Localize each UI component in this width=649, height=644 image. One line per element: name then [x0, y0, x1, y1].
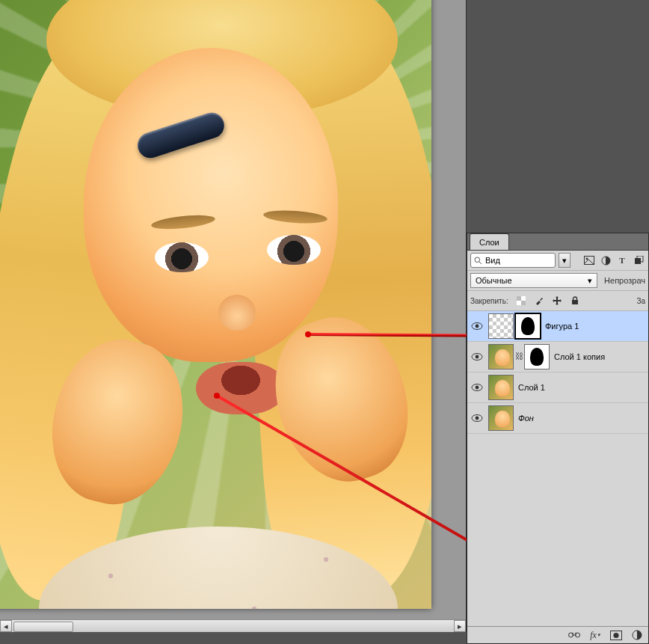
image-icon [584, 256, 594, 265]
chevron-down-icon: ▾ [588, 276, 592, 286]
layer-filter-kind-label: Вид [485, 256, 500, 265]
svg-rect-14 [517, 296, 521, 301]
layer-name[interactable]: Фон [518, 414, 534, 423]
chevron-down-icon: ▾ [597, 632, 600, 638]
svg-point-6 [475, 257, 480, 263]
layer-name[interactable]: Фигура 1 [545, 322, 579, 331]
svg-rect-15 [521, 301, 526, 305]
chevron-down-icon: ▾ [562, 256, 567, 266]
shape-icon [634, 256, 644, 266]
panel-bottom-bar: fx▾ [467, 626, 648, 643]
layer-thumbnail[interactable] [488, 313, 514, 339]
layer-thumbnail[interactable] [488, 375, 514, 400]
layer-mask-thumbnail[interactable] [515, 313, 541, 339]
svg-point-24 [476, 417, 479, 420]
brush-icon [535, 296, 544, 305]
layer-filter-row: Вид ▾ T [467, 251, 648, 271]
eye-icon [471, 352, 483, 361]
filter-adjust-icon[interactable] [599, 254, 612, 267]
search-icon [474, 257, 482, 265]
eye-right [267, 235, 321, 265]
layer-thumbnail[interactable] [488, 344, 514, 369]
eye-icon [471, 383, 483, 392]
visibility-toggle[interactable] [470, 319, 484, 333]
svg-point-22 [476, 386, 479, 390]
lock-transparent-icon[interactable] [514, 294, 528, 307]
link-layers-button[interactable] [568, 628, 581, 642]
filter-pixel-icon[interactable] [582, 254, 596, 267]
blend-opacity-row: Обычные ▾ Непрозрач [467, 271, 648, 291]
svg-point-20 [476, 355, 479, 359]
filter-kind-dropdown[interactable]: ▾ [559, 253, 570, 268]
face [84, 48, 338, 362]
eye-left [155, 242, 209, 272]
mouth [196, 362, 286, 414]
eye-icon [471, 322, 483, 331]
link-icon [568, 631, 580, 639]
type-icon: T [619, 256, 624, 265]
image-canvas[interactable] [0, 0, 431, 609]
layer-mask-thumbnail[interactable] [524, 344, 550, 369]
layer-row[interactable]: ⛓Слой 1 копия [467, 342, 648, 372]
new-adjustment-layer-icon [632, 630, 642, 640]
layer-name[interactable]: Слой 1 [518, 383, 545, 392]
fill-label: За [636, 297, 645, 305]
lock-pixels-icon[interactable] [532, 294, 546, 307]
layer-thumbnails [488, 313, 541, 339]
layer-filter-kind[interactable]: Вид [470, 253, 556, 268]
horizontal-scrollbar[interactable]: ◂ ▸ [0, 619, 466, 632]
layer-style-button[interactable]: fx▾ [588, 628, 602, 642]
checker-icon [517, 296, 526, 305]
layer-thumbnails [488, 375, 514, 400]
layers-panel: Слои Вид ▾ T Обычные ▾ Непрозрач Закрепи… [467, 233, 649, 644]
visibility-toggle[interactable] [470, 411, 484, 425]
svg-rect-11 [635, 258, 641, 264]
opacity-label: Непрозрач [604, 276, 645, 285]
blend-mode-value: Обычные [476, 276, 512, 285]
layer-name[interactable]: Слой 1 копия [554, 352, 605, 361]
filter-shape-icon[interactable] [632, 254, 645, 267]
dress [39, 527, 398, 609]
tab-layers-label: Слои [479, 238, 499, 247]
document-canvas-area: ◂ ▸ [0, 0, 467, 632]
blend-mode-select[interactable]: Обычные ▾ [470, 273, 597, 288]
layer-thumbnails [488, 405, 514, 431]
layer-thumbnails: ⛓ [488, 344, 550, 369]
lock-position-icon[interactable] [550, 294, 564, 307]
lock-fill-row: Закрепить: За [467, 291, 648, 311]
scroll-thumb[interactable] [13, 622, 73, 632]
visibility-toggle[interactable] [470, 350, 484, 364]
svg-point-29 [613, 632, 618, 637]
lock-label: Закрепить: [470, 297, 508, 305]
lock-all-icon[interactable] [568, 294, 582, 307]
scroll-track[interactable] [12, 620, 454, 632]
eye-icon [471, 414, 483, 423]
layer-row[interactable]: Фон [467, 403, 648, 434]
scroll-left-button[interactable]: ◂ [0, 620, 12, 632]
add-mask-button[interactable] [609, 628, 623, 642]
scroll-right-button[interactable]: ▸ [454, 620, 466, 632]
move-icon [553, 296, 562, 305]
layer-thumbnail[interactable] [488, 405, 514, 431]
visibility-toggle[interactable] [470, 381, 484, 394]
new-adjustment-layer-button[interactable] [630, 628, 644, 642]
tab-layers[interactable]: Слои [470, 233, 509, 250]
layer-row[interactable]: Фигура 1 [467, 311, 648, 342]
add-mask-icon [610, 631, 622, 640]
filter-type-icon[interactable]: T [615, 254, 629, 267]
panel-tabbar: Слои [467, 233, 648, 251]
layer-row[interactable]: Слой 1 [467, 372, 648, 403]
nose [218, 295, 256, 331]
adjust-icon [601, 256, 611, 266]
svg-line-7 [479, 262, 482, 264]
svg-rect-16 [572, 300, 578, 304]
svg-point-18 [476, 325, 479, 328]
fx-icon: fx [590, 630, 597, 641]
svg-point-9 [586, 258, 588, 260]
lock-icon [571, 296, 579, 305]
layers-list: Фигура 1⛓Слой 1 копияСлой 1Фон [467, 311, 648, 434]
mask-link-icon[interactable]: ⛓ [515, 344, 523, 368]
